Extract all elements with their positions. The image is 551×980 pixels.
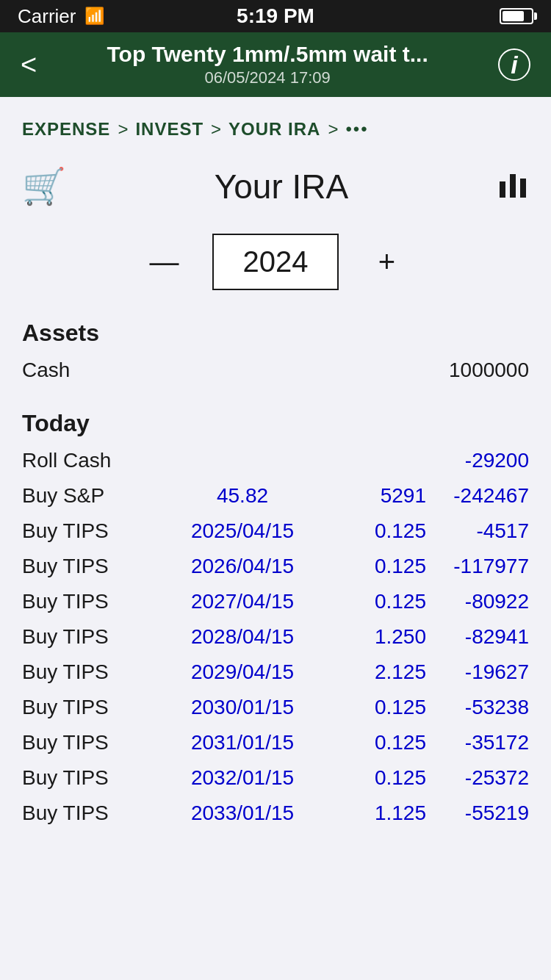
row-date: 2030/01/15 [125, 696, 360, 719]
row-rate: 2.125 [360, 660, 426, 684]
row-date: 2029/04/15 [125, 660, 360, 684]
wifi-icon: 📶 [84, 7, 104, 26]
row-rate: 0.125 [360, 766, 426, 790]
list-item: Buy TIPS 2026/04/15 0.125 -117977 [22, 549, 529, 584]
row-value: -82941 [426, 625, 529, 649]
row-label: Buy TIPS [22, 696, 125, 719]
list-item: Buy TIPS 2025/04/15 0.125 -4517 [22, 514, 529, 549]
breadcrumb-expense[interactable]: EXPENSE [22, 119, 110, 140]
row-value: -29200 [426, 449, 529, 472]
row-mid2: 5291 [360, 484, 426, 508]
row-rate: 0.125 [360, 590, 426, 613]
breadcrumb-your-ira[interactable]: YOUR IRA [228, 119, 320, 140]
row-label: Buy TIPS [22, 519, 125, 543]
svg-rect-2 [520, 179, 526, 198]
chart-icon[interactable] [497, 167, 529, 207]
back-button[interactable]: < [21, 49, 37, 81]
year-selector: — 2024 + [22, 219, 529, 312]
row-date: 2026/04/15 [125, 555, 360, 578]
cart-icon: 🛒 [22, 166, 66, 207]
row-date: 2033/01/15 [125, 801, 360, 825]
list-item: Buy TIPS 2031/01/15 0.125 -35172 [22, 725, 529, 760]
list-item: Buy S&P 45.82 5291 -242467 [22, 478, 529, 514]
cash-row: Cash 1000000 [22, 353, 529, 388]
nav-subtitle: 06/05/2024 17:09 [48, 68, 486, 87]
breadcrumb-sep-2: > [211, 119, 221, 140]
page-title: Your IRA [215, 167, 348, 206]
time-label: 5:19 PM [237, 4, 314, 28]
breadcrumb-sep-3: > [328, 119, 338, 140]
nav-center: Top Twenty 1mm/.5mm wait t... 06/05/2024… [37, 42, 498, 87]
row-rate: 1.250 [360, 625, 426, 649]
row-value: -242467 [426, 484, 529, 508]
row-value: -55219 [426, 801, 529, 825]
page-header: 🛒 Your IRA [22, 154, 529, 219]
breadcrumb: EXPENSE > INVEST > YOUR IRA > ••• [22, 97, 529, 154]
year-increment-button[interactable]: + [368, 245, 405, 278]
row-label: Buy TIPS [22, 731, 125, 754]
row-label: Buy TIPS [22, 766, 125, 790]
list-item: Roll Cash -29200 [22, 443, 529, 478]
row-rate: 0.125 [360, 555, 426, 578]
year-decrement-button[interactable]: — [146, 245, 183, 278]
row-label: Buy TIPS [22, 660, 125, 684]
breadcrumb-more[interactable]: ••• [345, 119, 368, 140]
cash-value: 1000000 [426, 359, 529, 382]
row-value: -4517 [426, 519, 529, 543]
row-value: -25372 [426, 766, 529, 790]
row-label: Buy TIPS [22, 625, 125, 649]
list-item: Buy TIPS 2033/01/15 1.125 -55219 [22, 796, 529, 831]
svg-rect-1 [510, 174, 516, 198]
list-item: Buy TIPS 2029/04/15 2.125 -19627 [22, 655, 529, 690]
row-date: 2027/04/15 [125, 590, 360, 613]
nav-bar: < Top Twenty 1mm/.5mm wait t... 06/05/20… [0, 32, 551, 97]
cash-label: Cash [22, 359, 125, 382]
row-label: Buy TIPS [22, 555, 125, 578]
breadcrumb-sep-1: > [118, 119, 128, 140]
row-date: 2031/01/15 [125, 731, 360, 754]
row-label: Buy S&P [22, 484, 125, 508]
today-section-title: Today [22, 403, 529, 443]
row-value: -35172 [426, 731, 529, 754]
breadcrumb-invest[interactable]: INVEST [135, 119, 204, 140]
row-value: -117977 [426, 555, 529, 578]
row-date: 2032/01/15 [125, 766, 360, 790]
row-label: Buy TIPS [22, 590, 125, 613]
row-date: 2025/04/15 [125, 519, 360, 543]
list-item: Buy TIPS 2028/04/15 1.250 -82941 [22, 619, 529, 655]
row-rate: 1.125 [360, 801, 426, 825]
row-mid: 45.82 [125, 484, 360, 508]
year-display: 2024 [212, 234, 339, 290]
row-value: -53238 [426, 696, 529, 719]
row-rate: 0.125 [360, 696, 426, 719]
row-value: -80922 [426, 590, 529, 613]
nav-title: Top Twenty 1mm/.5mm wait t... [48, 42, 486, 67]
info-button[interactable]: i [498, 48, 530, 81]
row-label: Roll Cash [22, 449, 125, 472]
row-label: Buy TIPS [22, 801, 125, 825]
row-date: 2028/04/15 [125, 625, 360, 649]
row-rate: 0.125 [360, 519, 426, 543]
battery-icon [500, 8, 533, 24]
row-rate: 0.125 [360, 731, 426, 754]
main-content: EXPENSE > INVEST > YOUR IRA > ••• 🛒 Your… [0, 97, 551, 831]
carrier-label: Carrier [18, 5, 76, 28]
row-value: -19627 [426, 660, 529, 684]
list-item: Buy TIPS 2027/04/15 0.125 -80922 [22, 584, 529, 619]
list-item: Buy TIPS 2032/01/15 0.125 -25372 [22, 760, 529, 796]
today-section: Today Roll Cash -29200 Buy S&P 45.82 529… [22, 403, 529, 831]
status-bar: Carrier 📶 5:19 PM [0, 0, 551, 32]
list-item: Buy TIPS 2030/01/15 0.125 -53238 [22, 690, 529, 725]
svg-rect-0 [500, 181, 505, 198]
assets-section-title: Assets [22, 312, 529, 353]
